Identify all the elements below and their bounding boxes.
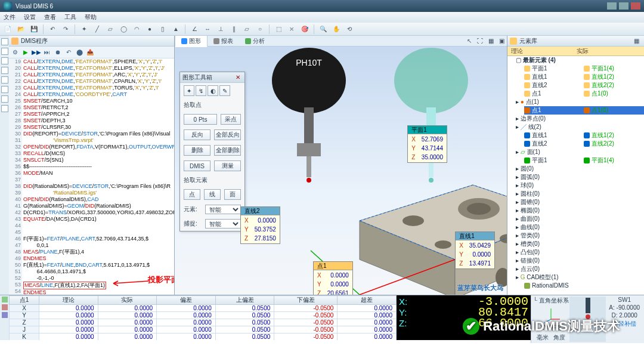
dmis-mini-toolbar: ⚙ ▶ ▶▶ ⏭ ⏺ ↶ ⬤ 📤: [9, 47, 174, 58]
compile-icon[interactable]: ⚙: [10, 48, 20, 57]
tab-analysis[interactable]: 分析: [239, 36, 271, 47]
new-icon[interactable]: 📄: [2, 24, 13, 35]
menu-help[interactable]: 帮助: [85, 13, 97, 21]
panel-opt-icon[interactable]: ▦: [631, 36, 642, 47]
back-icon[interactable]: ↶: [64, 48, 73, 57]
measure-button[interactable]: 测量: [214, 160, 241, 171]
tab-graphics[interactable]: 图形: [175, 36, 208, 47]
gutter-btn[interactable]: [1, 67, 8, 74]
menu-settings[interactable]: 设置: [24, 13, 36, 21]
grid-mode-icon[interactable]: [2, 304, 8, 310]
angle-icon[interactable]: ∠: [189, 24, 200, 35]
toolbox-close-icon[interactable]: ✕: [234, 74, 242, 81]
gutter-btn[interactable]: [1, 105, 8, 112]
break-icon[interactable]: ⏺: [53, 48, 63, 57]
cylinder-icon[interactable]: ▯: [157, 24, 168, 35]
titlebar: Visual DMIS 6: [0, 0, 644, 12]
flat-icon[interactable]: ⏥: [242, 24, 252, 35]
gutter-btn[interactable]: [1, 76, 8, 84]
tool-a[interactable]: ✦: [184, 85, 194, 96]
minimize-button[interactable]: [607, 2, 617, 10]
maximize-button[interactable]: [619, 2, 628, 10]
results-grid[interactable]: 点1理论实际偏差上偏差下偏差超差X0.00000.00000.00000.050…: [9, 295, 397, 340]
close-button[interactable]: [631, 2, 640, 10]
dmis-button[interactable]: DMIS: [184, 160, 210, 171]
elem-point-button[interactable]: 点: [184, 189, 200, 200]
menu-file[interactable]: 文件: [4, 13, 16, 21]
gutter-btn[interactable]: [1, 48, 8, 55]
pan-icon[interactable]: ✋: [331, 24, 342, 35]
cone-icon[interactable]: ▲: [171, 24, 181, 35]
svg-line-26: [544, 319, 551, 323]
delete-all-button[interactable]: 全部删除: [214, 145, 241, 156]
step-icon[interactable]: ⏭: [42, 48, 52, 57]
line-icon[interactable]: ╱: [92, 24, 103, 35]
tool-d[interactable]: ✎: [219, 85, 230, 96]
reverse-button[interactable]: 反向: [184, 129, 210, 140]
menu-view[interactable]: 查看: [44, 13, 56, 21]
save-icon[interactable]: 💾: [29, 24, 39, 35]
grid-mode-icon[interactable]: [2, 297, 8, 302]
plane-icon[interactable]: ▱: [105, 24, 116, 35]
unit-mm[interactable]: 毫米: [537, 334, 549, 342]
gutter-btn[interactable]: [1, 86, 8, 93]
para-icon[interactable]: ∥: [228, 24, 239, 35]
svg-rect-16: [297, 143, 321, 156]
run-icon[interactable]: ▶: [21, 48, 30, 57]
element-tree[interactable]: ▢ 最新元素 (4)平面1平面1(4)直线1直线1(2)直线2直线2(2)点1点…: [507, 56, 644, 295]
stop-icon[interactable]: ▶▶: [32, 48, 41, 57]
round-icon[interactable]: ○: [255, 24, 265, 35]
cursor-icon[interactable]: ↖: [464, 36, 475, 47]
open-icon[interactable]: 📂: [16, 24, 26, 35]
tool-b[interactable]: ↯: [196, 85, 206, 96]
tool-c[interactable]: ◐: [208, 85, 218, 96]
menu-tools[interactable]: 工具: [64, 13, 76, 21]
sphere-icon[interactable]: ●: [144, 24, 155, 35]
elem-plane-button[interactable]: 面: [224, 189, 241, 200]
coord-icon[interactable]: ⬚: [273, 24, 284, 35]
elem-line-button[interactable]: 线: [204, 189, 221, 200]
view-front-icon[interactable]: ▣: [496, 36, 507, 47]
undo-icon[interactable]: ↶: [47, 24, 58, 35]
elem-select[interactable]: 智能: [205, 205, 241, 214]
pick-point-button[interactable]: 采点: [221, 114, 241, 125]
delete-button[interactable]: 删除: [184, 145, 210, 156]
gutter-btn[interactable]: [1, 38, 8, 45]
svg-point-28: [586, 314, 590, 319]
svg-rect-17: [306, 156, 311, 177]
record-icon[interactable]: ⬤: [75, 48, 84, 57]
unit-deg[interactable]: 角度: [553, 334, 565, 342]
zoom-icon[interactable]: 🔍: [318, 24, 329, 35]
code-editor[interactable]: 19 20 21 22 23 24 25 26 27 28 29 30 31 3…: [9, 58, 174, 295]
element-library-panel: 元素库 ▦ 理论实际 ▢ 最新元素 (4)平面1平面1(4)直线1直线1(2)直…: [507, 36, 644, 295]
axis-icon[interactable]: ⤫: [286, 24, 297, 35]
arc-icon[interactable]: ◠: [131, 24, 142, 35]
zoom-fit-icon[interactable]: ⛶: [475, 36, 485, 47]
rotate-icon[interactable]: ⟲: [344, 24, 355, 35]
reverse-all-button[interactable]: 全部反向: [214, 129, 241, 140]
probe-icon[interactable]: 🎯: [299, 24, 310, 35]
point-icon[interactable]: ✦: [79, 24, 89, 35]
svg-point-5: [467, 203, 491, 215]
panel-icon: [510, 38, 517, 45]
gutter-btn[interactable]: [1, 57, 8, 64]
toolbox-title: 图形工具箱: [182, 73, 212, 82]
circle-icon[interactable]: ◯: [118, 24, 129, 35]
gutter-btn[interactable]: [1, 95, 8, 103]
redo-icon[interactable]: ↷: [60, 24, 71, 35]
tab-report[interactable]: 报表: [208, 36, 239, 47]
dist-icon[interactable]: ↔: [202, 24, 213, 35]
graphics-toolbox[interactable]: 图形工具箱✕ ✦ ↯ ◐ ✎ 拾取点 0 Pts采点 反向全部反向 删除全部删除…: [179, 72, 245, 231]
grid-icon[interactable]: ▦: [485, 36, 496, 47]
app-logo: [4, 2, 12, 10]
export-icon[interactable]: 📤: [85, 48, 95, 57]
snap-select[interactable]: 智能: [205, 219, 241, 229]
annotation-1: 投影平面: [148, 276, 174, 283]
3d-viewport[interactable]: 图形 报表 分析 ↖ ⛶ ▦ ▣: [175, 36, 507, 295]
stylus-label: SW1: [618, 297, 631, 303]
perp-icon[interactable]: ⊥: [215, 24, 226, 35]
coord-system-label: 直角坐标系: [539, 297, 569, 304]
dro-plane1: 平面1 X52.7069 Y43.7144 Z35.0000: [407, 125, 447, 163]
grid-mode-icon[interactable]: [2, 312, 8, 318]
radius-comp-label[interactable]: 半径补偿: [612, 320, 636, 328]
